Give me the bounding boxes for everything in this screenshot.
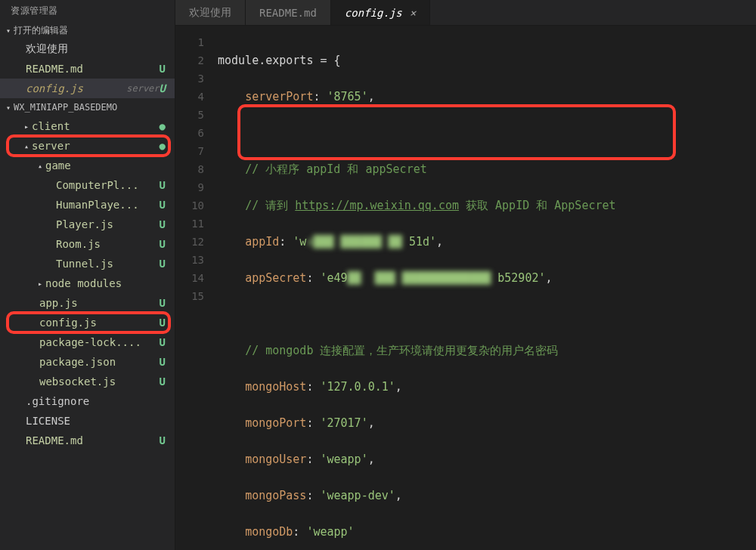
tree-item-label: client [32, 120, 160, 132]
appSecret-value: 'e49 [320, 271, 347, 285]
open-editor-name: config.js [26, 82, 122, 94]
tree-item-label: app.js [39, 297, 160, 309]
mongoPort-value: '27017' [320, 416, 367, 430]
open-editor-name: README.md [26, 63, 160, 75]
line-number: 7 [175, 142, 204, 160]
tree-item-tunneljs[interactable]: Tunnel.jsU [0, 254, 175, 273]
tree-item-label: Player.js [56, 218, 160, 230]
line-number: 11 [175, 215, 204, 233]
tree-item-label: package-lock.... [39, 336, 160, 348]
line-number: 15 [175, 287, 204, 305]
tab-label: 欢迎使用 [189, 6, 231, 20]
mongoDb-value: 'weapp' [306, 525, 354, 539]
comment-url: https://mp.weixin.qq.com [295, 199, 459, 212]
open-editor-path: server [126, 83, 159, 94]
open-editor-readme[interactable]: README.md U [0, 59, 175, 79]
tree-item-gitignore[interactable]: .gitignore [0, 391, 175, 411]
comment: 获取 AppID 和 AppSecret [459, 199, 616, 212]
chevron-down-icon: ▾ [3, 26, 14, 35]
tree-item-label: websocket.js [39, 375, 160, 388]
git-status-badge: U [160, 356, 166, 368]
git-status-badge: U [160, 258, 166, 270]
project-header[interactable]: ▾ WX_MINIAPP_BASEDEMO [0, 98, 175, 116]
line-number: 4 [175, 88, 204, 106]
git-status-badge: U [160, 375, 166, 388]
tree-item-label: ComputerPl... [56, 179, 160, 191]
tab-readme[interactable]: README.md [246, 0, 331, 25]
tree-item-label: Tunnel.js [56, 258, 160, 270]
chevron-down-icon: ▴ [35, 162, 45, 170]
tree-item-server[interactable]: ▴server● [0, 136, 175, 156]
tree-item-label: LICENSE [26, 415, 166, 427]
tree-item-label: config.js [39, 317, 160, 329]
line-number: 12 [175, 233, 204, 251]
open-editors-label: 打开的编辑器 [14, 24, 172, 37]
mongoPass-value: 'weapp-dev' [320, 489, 395, 502]
serverPort-value: '8765' [327, 90, 368, 104]
mongoUser-value: 'weapp' [320, 453, 367, 466]
line-number: 3 [175, 70, 204, 88]
tab-welcome[interactable]: 欢迎使用 [175, 0, 246, 25]
chevron-right-icon: ▸ [35, 280, 45, 288]
tree-item-playerjs[interactable]: Player.jsU [0, 215, 175, 234]
editor-scroll[interactable]: 123456789101112131415 module.exports = {… [175, 26, 756, 550]
obscured-text: x███ ██████ ██ [306, 235, 408, 249]
line-number: 5 [175, 106, 204, 124]
line-number: 14 [175, 269, 204, 287]
tree-item-game[interactable]: ▴game [0, 156, 175, 175]
chevron-down-icon: ▾ [3, 104, 14, 112]
tree-item-label: game [45, 159, 166, 171]
tab-bar: 欢迎使用 README.md config.js × [175, 0, 756, 26]
chevron-down-icon: ▴ [21, 142, 32, 150]
git-status-badge: U [160, 199, 166, 211]
tree-item-label: package.json [39, 356, 160, 368]
tree-item-license[interactable]: LICENSE [0, 411, 175, 431]
tree-item-packagejson[interactable]: package.jsonU [0, 352, 175, 372]
tree-item-humanplaye[interactable]: HumanPlaye...U [0, 195, 175, 215]
git-modified-dot: ● [160, 120, 166, 132]
tab-label: README.md [259, 7, 317, 19]
git-status-badge: U [160, 317, 166, 329]
mongoHost-value: '127.0.0.1' [320, 380, 395, 394]
editor-area: 欢迎使用 README.md config.js × 1234567891011… [175, 0, 756, 550]
tree-item-computerpl[interactable]: ComputerPl...U [0, 175, 175, 195]
git-status-badge: U [160, 434, 166, 446]
open-editor-config[interactable]: config.js server U [0, 79, 175, 98]
line-number: 13 [175, 251, 204, 269]
project-label: WX_MINIAPP_BASEDEMO [14, 102, 172, 113]
line-number: 9 [175, 178, 204, 196]
obscured-text: ██ ███ █████████████ [348, 271, 498, 285]
tree-item-label: server [32, 140, 160, 152]
open-editor-welcome[interactable]: 欢迎使用 [0, 39, 175, 59]
sidebar: 资源管理器 ▾ 打开的编辑器 欢迎使用 README.md U config.j… [0, 0, 175, 550]
appSecret-value: b52902' [497, 271, 545, 285]
git-status-badge: U [160, 297, 166, 309]
tree-item-label: node_modules [45, 277, 166, 289]
close-icon[interactable]: × [410, 7, 416, 19]
appId-value: 'w [293, 235, 306, 249]
tree-item-packagelock[interactable]: package-lock....U [0, 332, 175, 352]
git-status-badge: U [160, 179, 166, 191]
line-number: 1 [175, 33, 204, 51]
tree-item-appjs[interactable]: app.jsU [0, 293, 175, 313]
git-status-badge: U [160, 336, 166, 348]
git-status-badge: U [160, 63, 166, 75]
sidebar-title: 资源管理器 [0, 0, 175, 21]
comment: // mongodb 连接配置，生产环境请使用更复杂的用户名密码 [245, 344, 558, 357]
file-tree: ▸client●▴server●▴gameComputerPl...UHuman… [0, 116, 175, 450]
tree-item-configjs[interactable]: config.jsU [0, 313, 175, 332]
tree-item-nodemodules[interactable]: ▸node_modules [0, 273, 175, 293]
code-content[interactable]: module.exports = { serverPort: '8765', /… [218, 26, 756, 550]
open-editors-header[interactable]: ▾ 打开的编辑器 [0, 21, 175, 39]
open-editor-name: 欢迎使用 [26, 42, 166, 56]
tree-item-websocketjs[interactable]: websocket.jsU [0, 372, 175, 391]
tree-item-roomjs[interactable]: Room.jsU [0, 234, 175, 254]
comment: // 请到 [245, 199, 295, 212]
tree-item-label: HumanPlaye... [56, 199, 160, 211]
tree-item-client[interactable]: ▸client● [0, 116, 175, 136]
appId-value: 51d' [409, 235, 436, 249]
tab-config[interactable]: config.js × [331, 0, 430, 25]
line-number: 6 [175, 124, 204, 142]
tree-item-readmemd[interactable]: README.mdU [0, 431, 175, 450]
git-status-badge: U [160, 238, 166, 250]
